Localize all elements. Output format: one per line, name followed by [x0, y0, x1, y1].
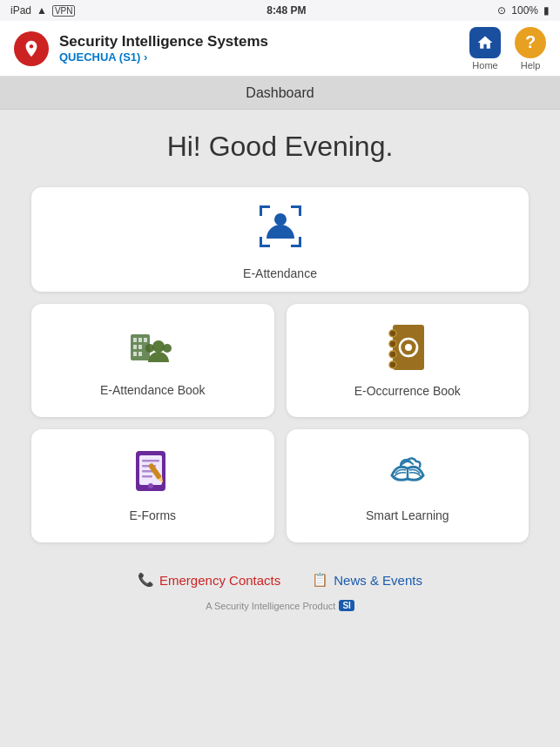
- greeting-text: Hi! Good Evening.: [31, 131, 529, 163]
- news-events-link[interactable]: 📋 News & Events: [312, 572, 422, 588]
- card-row-2: E-Attendance Book: [31, 304, 529, 417]
- status-left: iPad ▲ VPN: [10, 4, 75, 17]
- company-logo: [14, 31, 49, 66]
- svg-rect-7: [299, 237, 301, 247]
- help-nav-item[interactable]: ? Help: [515, 27, 546, 71]
- svg-point-17: [152, 340, 165, 353]
- header-nav: Home ? Help: [469, 27, 546, 71]
- eforms-card[interactable]: E-Forms: [31, 429, 274, 542]
- eattendance-book-label: E-Attendance Book: [100, 383, 206, 397]
- emergency-contacts-label: Emergency Contacts: [159, 573, 280, 588]
- main-content: Hi! Good Evening.: [0, 110, 560, 556]
- svg-point-26: [405, 344, 412, 351]
- svg-rect-32: [142, 475, 152, 478]
- svg-rect-12: [144, 338, 147, 342]
- home-nav-item[interactable]: Home: [469, 27, 501, 71]
- eattendance-book-icon: [127, 324, 178, 374]
- header: Security Intelligence Systems QUECHUA (S…: [0, 21, 560, 77]
- brand-text: A Security Intelligence Product: [206, 601, 335, 611]
- smart-learning-icon: [383, 449, 432, 500]
- svg-rect-14: [138, 345, 142, 349]
- eattendance-icon: [253, 199, 308, 258]
- eattendance-book-card[interactable]: E-Attendance Book: [31, 304, 274, 417]
- card-row-1: E-Attendance: [31, 187, 529, 292]
- battery-percent: 100%: [511, 4, 538, 17]
- header-text: Security Intelligence Systems QUECHUA (S…: [59, 33, 268, 64]
- news-icon: 📋: [312, 572, 328, 588]
- brand-badge: SI: [339, 600, 354, 611]
- location-pin-icon: [22, 39, 41, 58]
- header-left: Security Intelligence Systems QUECHUA (S…: [14, 31, 268, 66]
- svg-point-23: [389, 351, 396, 358]
- sub-header: Dashboard: [0, 77, 560, 110]
- svg-point-33: [148, 483, 153, 488]
- svg-rect-1: [260, 205, 262, 216]
- smart-learning-card[interactable]: Smart Learning: [287, 429, 530, 542]
- status-right: ⊙ 100% ▮: [497, 4, 550, 17]
- eoccurrence-book-label: E-Occurrence Book: [354, 384, 461, 398]
- help-nav-label: Help: [521, 60, 541, 71]
- svg-rect-10: [133, 338, 137, 342]
- svg-point-24: [389, 361, 396, 368]
- svg-rect-3: [299, 205, 301, 216]
- eattendance-card[interactable]: E-Attendance: [31, 187, 529, 292]
- svg-point-21: [389, 330, 396, 337]
- svg-rect-29: [142, 460, 159, 462]
- status-bar: iPad ▲ VPN 8:48 PM ⊙ 100% ▮: [0, 0, 560, 21]
- svg-rect-5: [260, 237, 262, 247]
- eforms-label: E-Forms: [129, 508, 176, 522]
- company-name: Security Intelligence Systems: [59, 33, 268, 50]
- wifi-icon: ▲: [37, 4, 47, 17]
- eforms-icon: [131, 449, 174, 500]
- sub-header-title: Dashboard: [246, 85, 314, 101]
- svg-rect-13: [133, 345, 137, 349]
- eattendance-label: E-Attendance: [243, 266, 317, 280]
- cards-container: E-Attendance: [31, 187, 529, 542]
- device-label: iPad: [10, 4, 31, 17]
- home-icon: [476, 34, 494, 51]
- eoccurrence-book-card[interactable]: E-Occurrence Book: [287, 304, 530, 417]
- airplay-icon: ⊙: [497, 4, 506, 17]
- smart-learning-label: Smart Learning: [366, 508, 449, 522]
- svg-point-8: [274, 213, 287, 225]
- emergency-contacts-link[interactable]: 📞 Emergency Contacts: [138, 572, 280, 588]
- site-subtitle[interactable]: QUECHUA (S1) ›: [59, 50, 268, 64]
- home-nav-label: Home: [472, 60, 497, 71]
- phone-icon: 📞: [138, 572, 154, 588]
- eoccurrence-book-icon: [386, 323, 429, 375]
- svg-rect-15: [133, 352, 137, 356]
- svg-rect-11: [138, 338, 142, 342]
- card-row-3: E-Forms: [31, 429, 529, 542]
- home-nav-icon: [469, 27, 501, 58]
- svg-point-19: [145, 344, 154, 353]
- svg-point-18: [163, 344, 172, 353]
- svg-point-22: [389, 340, 396, 347]
- battery-icon: ▮: [543, 4, 550, 17]
- news-events-label: News & Events: [334, 573, 422, 588]
- brand-footer: A Security Intelligence Product SI: [0, 595, 560, 616]
- footer: 📞 Emergency Contacts 📋 News & Events: [0, 556, 560, 595]
- vpn-badge: VPN: [52, 5, 76, 17]
- help-nav-icon: ?: [515, 27, 546, 58]
- svg-rect-16: [138, 352, 142, 356]
- status-time: 8:48 PM: [267, 4, 306, 17]
